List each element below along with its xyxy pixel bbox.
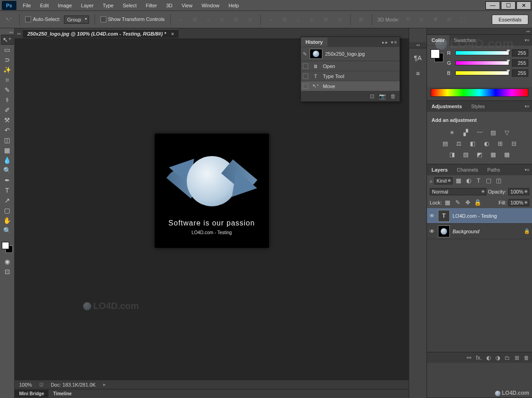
tab-paths[interactable]: Paths	[483, 165, 505, 175]
hue-sat-icon[interactable]: ▤	[441, 140, 449, 147]
tab-channels[interactable]: Channels	[452, 165, 482, 175]
delete-layer-icon[interactable]: 🗑	[524, 355, 529, 361]
new-fill-icon[interactable]: ◑	[495, 355, 500, 361]
zoom-tool[interactable]: 🔍	[1, 225, 14, 236]
eraser-tool[interactable]: ◫	[1, 135, 14, 145]
new-layer-icon[interactable]: ⊞	[515, 355, 519, 361]
hand-tool[interactable]: ✋	[1, 215, 14, 225]
crop-tool[interactable]: ⌗	[1, 75, 14, 85]
filter-shape-icon[interactable]: ▢	[485, 177, 493, 184]
layers-panel-menu-icon[interactable]: ▾≡	[522, 168, 532, 172]
color-swatch[interactable]	[2, 242, 13, 253]
3d-drag-icon[interactable]: ✥	[430, 15, 440, 25]
history-check[interactable]	[303, 84, 308, 89]
move-tool-icon[interactable]: ↖⁺	[4, 15, 14, 25]
screen-mode-tool[interactable]: ⊡	[1, 267, 14, 277]
blend-mode-dropdown[interactable]: Normal	[430, 188, 486, 195]
zoom-level[interactable]: 100%	[19, 382, 32, 388]
color-spectrum[interactable]	[431, 89, 528, 97]
b-value[interactable]: 255	[512, 69, 528, 77]
filter-adjust-icon[interactable]: ◐	[464, 177, 473, 184]
menu-filter[interactable]: Filter	[141, 1, 161, 10]
distribute-left-icon[interactable]: ⊏	[307, 15, 317, 25]
status-arrow-icon[interactable]: ▸	[103, 382, 106, 388]
vibrance-icon[interactable]: ▽	[503, 129, 511, 136]
tab-mini-bridge[interactable]: Mini Bridge	[15, 390, 48, 398]
link-layers-icon[interactable]: ⚯	[467, 355, 471, 361]
selective-color-icon[interactable]: ▩	[503, 151, 511, 158]
filter-smart-icon[interactable]: ◫	[495, 177, 503, 184]
align-bottom-icon[interactable]: ⫠	[204, 15, 214, 25]
layer-thumbnail[interactable]	[438, 225, 450, 237]
dock-collapse-icon[interactable]: ◂◂	[416, 43, 420, 47]
levels-icon[interactable]: ▞	[462, 129, 470, 136]
b-slider[interactable]	[455, 71, 509, 75]
auto-select-dropdown[interactable]: Group	[64, 16, 89, 24]
lock-transparent-icon[interactable]: ▦	[443, 199, 452, 206]
menu-help[interactable]: Help	[224, 1, 244, 10]
dock-character-icon[interactable]: ¶A	[412, 52, 424, 64]
blur-tool[interactable]: 💧	[1, 155, 14, 165]
layer-thumbnail[interactable]: T	[438, 210, 450, 222]
layer-row[interactable]: 👁 Background 🔒	[427, 224, 532, 239]
align-right-icon[interactable]: ⊐	[245, 15, 255, 25]
menu-edit[interactable]: Edit	[36, 1, 53, 10]
show-transform-checkbox[interactable]: Show Transform Controls	[100, 16, 165, 23]
delete-state-icon[interactable]: 🗑	[390, 93, 396, 100]
healing-brush-tool[interactable]: ⚕	[1, 95, 14, 105]
auto-select-checkbox[interactable]: Auto-Select:	[25, 16, 60, 23]
lasso-tool[interactable]: ⊃	[1, 55, 14, 65]
color-panel-menu-icon[interactable]: ▾≡	[522, 38, 532, 42]
adjustments-panel-menu-icon[interactable]: ▾≡	[522, 104, 532, 109]
panel-color-swatch[interactable]	[431, 49, 443, 62]
shape-tool[interactable]: ▢	[1, 205, 14, 215]
quick-mask-tool[interactable]: ◉	[1, 257, 14, 267]
layer-row[interactable]: 👁 T LO4D.com - Testing	[427, 208, 532, 224]
document-tab[interactable]: 250x250_logo.jpg @ 100% (LO4D.com - Test…	[23, 29, 179, 38]
auto-align-icon[interactable]: ⊞	[356, 15, 366, 25]
visibility-icon[interactable]: 👁	[429, 228, 435, 235]
photo-filter-icon[interactable]: ◐	[482, 140, 490, 147]
filter-type-icon[interactable]: T	[474, 177, 483, 184]
layer-mask-icon[interactable]: ◐	[486, 355, 491, 361]
g-slider[interactable]	[455, 61, 509, 65]
snapshot-brush-icon[interactable]: ✎	[303, 51, 307, 57]
new-group-icon[interactable]: 🗀	[505, 355, 510, 361]
new-snapshot-icon[interactable]: 📷	[379, 93, 386, 100]
menu-type[interactable]: Type	[98, 1, 118, 10]
history-snapshot[interactable]: ✎ 250x250_logo.jpg	[301, 47, 400, 61]
3d-rotate-icon[interactable]: ⟲	[403, 15, 413, 25]
minimize-button[interactable]: —	[485, 1, 500, 10]
history-check[interactable]	[303, 63, 308, 69]
close-tab-icon[interactable]: ×	[171, 31, 174, 37]
magic-wand-tool[interactable]: ✨	[1, 65, 14, 75]
brush-tool[interactable]: ✐	[1, 105, 14, 115]
channel-mixer-icon[interactable]: ⊞	[496, 140, 504, 147]
distribute-vcenter-icon[interactable]: ⊟	[280, 15, 290, 25]
history-item[interactable]: T Type Tool	[301, 71, 400, 81]
gradient-tool[interactable]: ▦	[1, 145, 14, 155]
align-top-icon[interactable]: ⫟	[176, 15, 186, 25]
panels-collapse-icon[interactable]: ▸▸	[527, 29, 530, 33]
pen-tool[interactable]: ✒	[1, 175, 14, 185]
distribute-top-icon[interactable]: ⫟	[266, 15, 276, 25]
exposure-icon[interactable]: ▨	[489, 129, 497, 136]
color-lookup-icon[interactable]: ⊟	[510, 140, 518, 147]
3d-roll-icon[interactable]: ◎	[416, 15, 427, 25]
status-preview-icon[interactable]: ⊡	[39, 382, 43, 388]
menu-layer[interactable]: Layer	[76, 1, 98, 10]
maximize-button[interactable]: ☐	[501, 1, 516, 10]
fill-value[interactable]: 100%	[508, 199, 529, 206]
marquee-tool[interactable]: ▭	[1, 45, 14, 55]
tab-collapse-icon[interactable]: ▸▸	[17, 31, 23, 36]
history-menu-icon[interactable]: ▾≡	[391, 40, 398, 45]
dodge-tool[interactable]: 🔍	[1, 165, 14, 175]
move-tool[interactable]: ↖⁺	[1, 35, 14, 45]
close-button[interactable]: ✕	[516, 1, 531, 10]
3d-scale-icon[interactable]: ⛶	[458, 15, 468, 25]
layer-name[interactable]: LO4D.com - Testing	[453, 213, 530, 219]
path-selection-tool[interactable]: ↗	[1, 195, 14, 205]
menu-image[interactable]: Image	[53, 1, 77, 10]
align-vcenter-icon[interactable]: ⊟	[190, 15, 200, 25]
lock-all-icon[interactable]: 🔒	[474, 199, 482, 206]
